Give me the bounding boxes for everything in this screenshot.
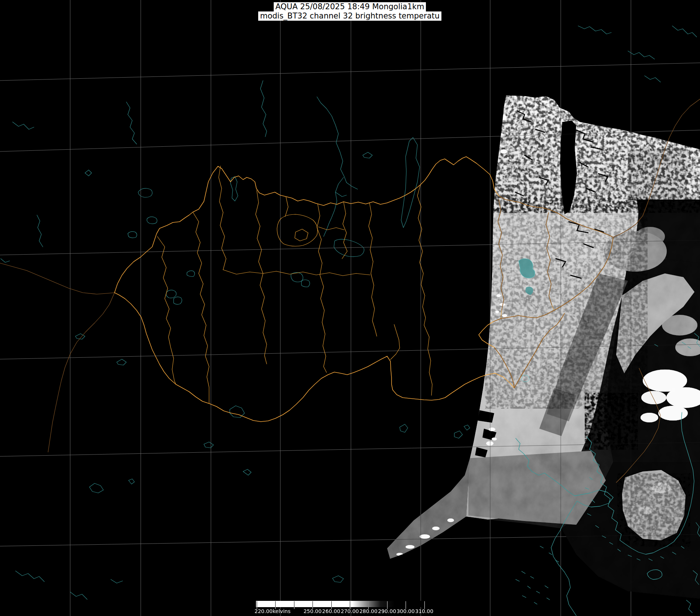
- title-banner: AQUA 25/08/2025 18:49 Mongolia1km modis_…: [258, 2, 441, 21]
- map-canvas: [0, 0, 700, 616]
- title-line-1: AQUA 25/08/2025 18:49 Mongolia1km: [274, 2, 426, 11]
- satellite-map-screen: AQUA 25/08/2025 18:49 Mongolia1km modis_…: [0, 0, 700, 616]
- title-line-2: modis_BT32 channel 32 brightness tempera…: [258, 11, 441, 21]
